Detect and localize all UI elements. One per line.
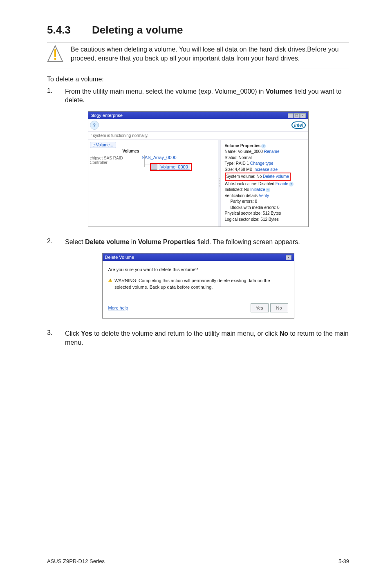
highlight-box: System volume: No Delete volume xyxy=(225,173,291,181)
svg-point-3 xyxy=(110,281,110,281)
prop-initialized: Initialized: No Initialize? xyxy=(225,187,305,193)
dialog-footer: More help YesNo xyxy=(103,303,294,318)
no-button[interactable]: No xyxy=(270,303,288,312)
text: Write-back cache: Disabled xyxy=(225,182,276,186)
prop-write-back: Write-back cache: Disabled Enable? xyxy=(225,181,305,187)
window-title: ology enterprise xyxy=(91,113,123,118)
dialog-title: Delete Volume xyxy=(105,255,134,260)
help-icon[interactable]: ? xyxy=(261,144,266,148)
prop-physical-sector: Physical sector size: 512 Bytes xyxy=(225,211,305,217)
step-3: 3. Click Yes to delete the volume and re… xyxy=(47,329,349,347)
bold-text: Delete volume xyxy=(85,238,129,245)
step-number: 3. xyxy=(47,329,56,337)
screenshot-delete-dialog: Delete Volume × Are you sure you want to… xyxy=(47,253,349,319)
link-text: e Volume... xyxy=(93,143,113,147)
dialog-question: Are you sure you want to delete this vol… xyxy=(108,267,288,273)
window-titlebar: ology enterprise _❐× xyxy=(88,112,308,119)
prop-system-volume: System volume: No Delete volume xyxy=(225,173,305,181)
volume-icon xyxy=(152,165,157,170)
dialog-warning-text: WARNING: Completing this action will per… xyxy=(114,278,288,290)
intel-logo: intel xyxy=(291,121,305,129)
minimize-button[interactable]: _ xyxy=(288,113,294,118)
text: From the utility main menu, select the v… xyxy=(65,88,266,95)
volumes-tree: chipset SAS RAID Controller SAS_Array_00… xyxy=(90,155,216,171)
array-node[interactable]: SAS_Array_0000 xyxy=(142,155,192,160)
warning-icon xyxy=(108,278,112,283)
rename-link[interactable]: Rename xyxy=(264,149,280,154)
text: Click xyxy=(65,330,81,337)
enable-link[interactable]: Enable xyxy=(276,182,288,186)
array-column: SAS_Array_0000 Volume_0000 xyxy=(142,155,192,171)
step-1: 1. From the utility main menu, select th… xyxy=(47,87,349,105)
prop-parity: Parity errors: 0 xyxy=(225,199,305,205)
initialize-link[interactable]: Initialize xyxy=(250,187,265,192)
dialog-titlebar: Delete Volume × xyxy=(103,254,294,261)
properties-header: Volume Properties xyxy=(225,144,261,148)
bold-text: Volumes xyxy=(266,88,293,95)
text: Initialized: No xyxy=(225,187,251,192)
page-footer: ASUS Z9PR-D12 Series 5-39 xyxy=(47,558,349,564)
help-icon[interactable]: ? xyxy=(266,188,270,192)
controller-label: chipset SAS RAID Controller xyxy=(90,155,141,165)
volumes-label: Volumes xyxy=(123,149,216,153)
grip-icon xyxy=(219,178,220,188)
prop-logical-sector: Logical sector size: 512 Bytes xyxy=(225,217,305,223)
text: to delete the volume and return to the u… xyxy=(92,330,280,337)
text: Verification details xyxy=(225,193,259,198)
footer-right: 5-39 xyxy=(338,558,349,564)
intro-text: To delete a volume: xyxy=(47,75,349,84)
verify-link[interactable]: Verify xyxy=(259,193,269,198)
text: in xyxy=(129,238,138,245)
help-icon[interactable]: ? xyxy=(289,182,294,186)
step-number: 1. xyxy=(47,87,56,94)
dialog-warning-row: WARNING: Completing this action will per… xyxy=(108,278,288,290)
section-heading: 5.4.3Deleting a volume xyxy=(47,24,349,36)
step-2: 2. Select Delete volume in Volume Proper… xyxy=(47,238,349,247)
properties-pane: Volume Properties? Name: Volume_0000 Ren… xyxy=(220,140,308,227)
status-text: r system is functioning normally. xyxy=(88,132,308,139)
text: field. The following screen appears. xyxy=(195,238,300,245)
step-body: Click Yes to delete the volume and retur… xyxy=(65,329,349,347)
step-number: 2. xyxy=(47,238,56,245)
utility-window: ology enterprise _❐× ? intel r system is… xyxy=(88,111,309,227)
text: Name: Volume_0000 xyxy=(225,149,264,154)
delete-volume-dialog: Delete Volume × Are you sure you want to… xyxy=(102,253,294,319)
window-body: e Volume... Volumes chipset SAS RAID Con… xyxy=(88,139,308,227)
close-button[interactable]: × xyxy=(286,255,291,260)
section-title: Deleting a volume xyxy=(92,24,183,36)
footer-left: ASUS Z9PR-D12 Series xyxy=(47,558,105,564)
dialog-body: Are you sure you want to delete this vol… xyxy=(103,261,294,303)
yes-button[interactable]: Yes xyxy=(251,303,269,312)
volume-node[interactable]: Volume_0000 xyxy=(150,163,192,171)
bold-text: Volume Properties xyxy=(138,238,195,245)
create-volume-link[interactable]: e Volume... xyxy=(90,142,116,148)
prop-name: Name: Volume_0000 Rename xyxy=(225,149,305,155)
text: Type: RAID 1 xyxy=(225,161,250,166)
help-icon[interactable]: ? xyxy=(90,121,99,130)
close-button[interactable]: × xyxy=(300,113,306,118)
maximize-button[interactable]: ❐ xyxy=(294,113,300,118)
screenshot-utility-window: ology enterprise _❐× ? intel r system is… xyxy=(47,111,349,227)
button-row: YesNo xyxy=(251,303,288,312)
more-help-link[interactable]: More help xyxy=(108,305,128,310)
bold-text: No xyxy=(280,330,288,337)
prop-size: Size: 4,468 MB Increase size xyxy=(225,167,305,173)
prop-verification: Verification details Verify xyxy=(225,193,305,199)
prop-status: Status: Normal xyxy=(225,155,305,161)
volume-link: Volume_0000 xyxy=(161,164,188,169)
caution-note: Be cautious when deleting a volume. You … xyxy=(47,42,349,69)
change-type-link[interactable]: Change type xyxy=(250,161,273,166)
toolbar: ? intel xyxy=(88,119,308,132)
tree-line-h xyxy=(144,164,150,164)
prop-type: Type: RAID 1 Change type xyxy=(225,161,305,167)
window-buttons: _❐× xyxy=(287,112,306,118)
highlight-box: Volume_0000 xyxy=(150,163,192,171)
delete-volume-link[interactable]: Delete volume xyxy=(263,174,289,179)
increase-size-link[interactable]: Increase size xyxy=(253,167,278,172)
intel-logo-text: intel xyxy=(291,121,305,129)
array-link: SAS_Array_0000 xyxy=(142,155,177,160)
window-buttons: × xyxy=(285,254,291,260)
text: Size: 4,468 MB xyxy=(225,167,254,172)
step-body: From the utility main menu, select the v… xyxy=(65,87,349,105)
section-number: 5.4.3 xyxy=(47,24,92,36)
